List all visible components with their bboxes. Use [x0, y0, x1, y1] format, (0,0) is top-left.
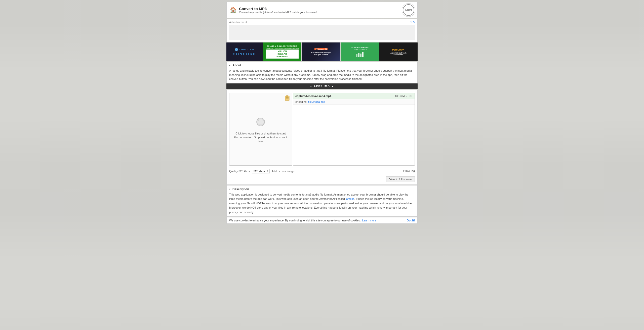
quality-label: Quality 320 kbps — [229, 170, 250, 173]
quality-bar: Quality 320 kbps 320 kbps 192 kbps 128 k… — [229, 167, 415, 175]
description-text: This web application is designed to conv… — [229, 193, 415, 215]
svg-rect-2 — [358, 53, 359, 57]
ad-label: Advertisement — [229, 21, 247, 24]
drop-zone[interactable]: Click to choose files or drag them to st… — [229, 93, 292, 166]
cover-label: cover image — [279, 170, 295, 173]
converter-main: Click to choose files or drag them to st… — [229, 93, 415, 166]
ad-info-button[interactable]: ℹ — [411, 20, 412, 24]
svg-rect-6 — [286, 96, 288, 97]
about-section: ▾ About A handy and reliable tool to con… — [226, 62, 418, 83]
description-section: ▾ Description This web application is de… — [226, 185, 418, 217]
ad-controls: ℹ ✕ — [411, 20, 415, 24]
svg-rect-3 — [360, 54, 361, 57]
ad-label-row: Advertisement ℹ ✕ — [229, 20, 415, 24]
about-header: ▾ About — [229, 64, 415, 67]
description-header: ▾ Description — [229, 187, 415, 191]
learn-more-link[interactable]: Learn more — [362, 219, 376, 222]
concord-big-label: CONCORD — [233, 52, 256, 56]
app-subtitle: Convert any media (video & audio) to MP3… — [239, 11, 403, 14]
description-collapse-icon[interactable]: ▾ — [229, 188, 230, 191]
app-header: 🏠 Convert to MP3 Convert any media (vide… — [226, 2, 418, 18]
appsumo-label: ▲ APPSUMO ▲ — [310, 85, 334, 88]
home-icon[interactable]: 🏠 — [230, 7, 236, 13]
ad-close-button[interactable]: ✕ — [413, 20, 415, 24]
app-title: Convert to MP3 — [239, 7, 403, 11]
file-size: 138.3 MB — [395, 95, 407, 98]
ad-thumb-periodo[interactable]: PERIODO✕ Automate outreachon LinkedIn — [379, 42, 418, 61]
cookie-text: We use cookies to enhance your experienc… — [229, 219, 361, 222]
file-name: captured-media-0.mp4.mp4 — [295, 95, 395, 98]
concord-icon — [235, 48, 238, 51]
quality-select[interactable]: 320 kbps 192 kbps 128 kbps — [252, 169, 270, 173]
file-encoding: encoding file:///local-file — [293, 99, 415, 105]
svg-point-0 — [236, 49, 237, 50]
about-collapse-icon[interactable]: ▾ — [229, 64, 230, 67]
about-text: A handy and reliable tool to convert med… — [229, 69, 415, 81]
add-label: Add — [272, 170, 277, 173]
encoding-link[interactable]: file:///local-file — [308, 100, 325, 103]
svg-rect-1 — [356, 54, 357, 57]
upload-icon — [254, 115, 267, 130]
clipboard-icon — [285, 95, 290, 102]
svg-rect-4 — [362, 52, 364, 57]
about-title: About — [232, 64, 241, 67]
ad-thumb-million[interactable]: MILLION DOLLAR WEEKEND LAUNCH A 7-FIGURE… — [263, 42, 301, 61]
ad-thumb-concord[interactable]: CONCORD CONCORD — [226, 42, 263, 61]
quality-select-wrap[interactable]: 320 kbps 192 kbps 128 kbps — [252, 169, 270, 173]
file-close-button[interactable]: ✕ — [409, 94, 413, 98]
description-title: Description — [232, 187, 249, 191]
appsumo-bar[interactable]: ▲ APPSUMO ▲ — [226, 83, 418, 89]
got-it-button[interactable]: Got it! — [407, 219, 415, 222]
id3-tag-button[interactable]: ▾ ID3 Tag — [403, 169, 415, 173]
ad-banner — [229, 25, 415, 40]
header-text: Convert to MP3 Convert any media (video … — [239, 7, 403, 14]
ad-thumb-vmaker[interactable]: 🎬 Vmaker AI Convert raw footageinto pro … — [302, 42, 340, 61]
mp3-logo: MP3 — [403, 4, 414, 16]
drop-text: Click to choose files or drag them to st… — [229, 132, 292, 143]
advertisement-section: Advertisement ℹ ✕ — [226, 19, 418, 42]
ad-thumbnails: CONCORD CONCORD MILLION DOLLAR WEEKEND L… — [226, 42, 418, 61]
view-fullscreen-button[interactable]: View in full screen — [386, 176, 415, 182]
ad-thumb-gsheets[interactable]: GOOGLE SHEETS TEMPLATE PACK — [341, 42, 379, 61]
lamejs-link[interactable]: lame.js — [346, 197, 354, 200]
file-panel-content[interactable] — [293, 105, 415, 165]
file-panel: captured-media-0.mp4.mp4 138.3 MB ✕ enco… — [293, 93, 415, 166]
cookie-bar: We use cookies to enhance your experienc… — [226, 217, 418, 224]
file-item: captured-media-0.mp4.mp4 138.3 MB ✕ — [293, 93, 415, 99]
converter-section: Click to choose files or drag them to st… — [226, 90, 418, 185]
cover-image-button[interactable]: Add cover image — [272, 170, 295, 173]
